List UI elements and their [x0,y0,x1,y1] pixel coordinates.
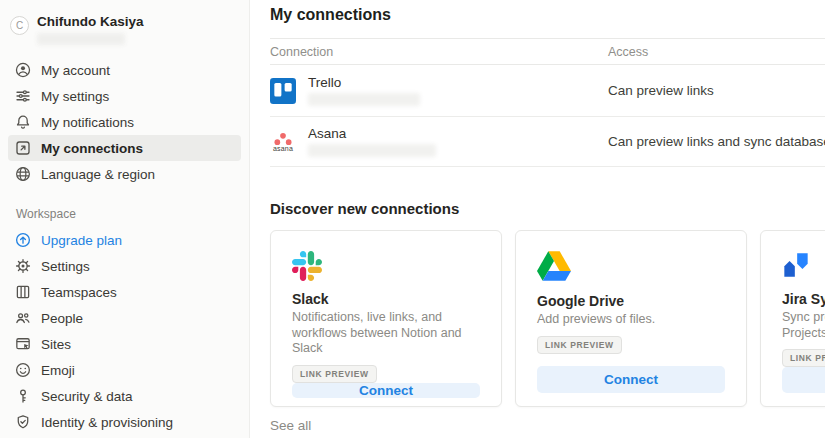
card-description: Sync projects from Jira to Notion Projec… [782,310,825,341]
sidebar-item-label: My account [41,63,110,78]
link-preview-badge: LINK PREVIEW [782,349,825,367]
sidebar-item-people[interactable]: People [8,305,241,331]
sidebar-item-label: People [41,311,83,326]
key-icon [14,387,32,405]
google-drive-logo [537,251,725,283]
people-icon [14,309,32,327]
workspace-nav: Upgrade plan Settings Teamspaces [0,227,249,438]
table-row-asana[interactable]: asana Asana Can preview links and sync d… [270,117,825,167]
user-name: Chifundo Kasiya [37,14,144,30]
card-description: Notifications, live links, and workflows… [292,310,480,357]
smiley-icon [14,361,32,379]
redacted-email [37,33,125,45]
discover-section-title: Discover new connections [270,200,825,217]
sidebar-item-label: Settings [41,259,90,274]
sidebar-item-label: Teamspaces [41,285,117,300]
bell-icon [14,113,32,131]
arrow-up-right-box-icon [14,139,32,157]
link-preview-badge: LINK PREVIEW [292,365,377,383]
slack-logo [292,251,480,281]
see-all-link[interactable]: See all [270,418,825,433]
asana-logo: asana [270,129,296,155]
sidebar-item-emoji[interactable]: Emoji [8,357,241,383]
building-icon [14,283,32,301]
sidebar-item-my-account[interactable]: My account [8,57,241,83]
connection-name: Trello [308,75,420,90]
sidebar-item-settings[interactable]: Settings [8,253,241,279]
sidebar-item-my-connections[interactable]: My connections [8,135,241,161]
column-header-access: Access [608,45,648,59]
globe-icon [14,165,32,183]
person-circle-icon [14,61,32,79]
card-slack: Slack Notifications, live links, and wor… [270,230,502,407]
sidebar-item-label: Security & data [41,389,133,404]
workspace-section-label: Workspace [16,207,249,221]
trello-logo [270,78,296,104]
sidebar-item-security-data[interactable]: Security & data [8,383,241,409]
card-google-drive: Google Drive Add previews of files. LINK… [515,230,747,407]
sidebar-item-label: My settings [41,89,109,104]
sliders-icon [14,87,32,105]
sidebar-item-identity-provisioning[interactable]: Identity & provisioning [8,409,241,435]
account-nav: My account My settings My notifications [0,57,249,187]
shield-check-icon [14,413,32,431]
connect-button[interactable]: Connect [292,383,480,398]
connections-table-header: Connection Access [270,39,825,65]
connect-button[interactable]: Connect [537,366,725,393]
link-preview-badge: LINK PREVIEW [537,336,622,354]
sidebar-item-upgrade-plan[interactable]: Upgrade plan [8,227,241,253]
notion-settings-window: C Chifundo Kasiya My account [0,0,825,438]
sidebar-item-sites[interactable]: Sites [8,331,241,357]
sidebar-item-label: My notifications [41,115,134,130]
asana-wordmark: asana [273,146,293,152]
sidebar-item-label: Language & region [41,167,155,182]
browser-cursor-icon [14,335,32,353]
sidebar-item-my-settings[interactable]: My settings [8,83,241,109]
card-jira-sync: Jira Sync Sync projects from Jira to Not… [760,230,825,407]
gear-icon [14,257,32,275]
sidebar-item-label: Upgrade plan [41,233,122,248]
connection-access: Can preview links and sync databases [608,134,825,149]
sidebar-item-label: Sites [41,337,71,352]
jira-logo [782,251,825,281]
card-title: Slack [292,291,480,307]
sidebar-item-teamspaces[interactable]: Teamspaces [8,279,241,305]
sidebar-item-my-notifications[interactable]: My notifications [8,109,241,135]
column-header-connection: Connection [270,45,608,59]
sidebar-item-language-region[interactable]: Language & region [8,161,241,187]
discover-cards-row: Slack Notifications, live links, and wor… [270,230,825,407]
my-connections-panel: My connections Connection Access Trello … [250,0,825,438]
card-title: Google Drive [537,293,725,309]
sidebar-item-label: Emoji [41,363,75,378]
redacted-account-info [308,93,420,106]
user-account-header[interactable]: C Chifundo Kasiya [0,12,249,45]
settings-sidebar: C Chifundo Kasiya My account [0,0,250,438]
sidebar-item-label: My connections [41,141,143,156]
connection-access: Can preview links [608,83,714,98]
sidebar-item-label: Identity & provisioning [41,415,173,430]
page-title: My connections [270,6,825,39]
arrow-up-circle-icon [14,231,32,249]
card-title: Jira Sync [782,291,825,307]
redacted-account-info [308,144,436,157]
connect-button[interactable]: Connect [782,367,825,393]
table-row-trello[interactable]: Trello Can preview links [270,65,825,117]
avatar: C [10,16,29,35]
connection-name: Asana [308,126,436,141]
card-description: Add previews of files. [537,312,725,328]
